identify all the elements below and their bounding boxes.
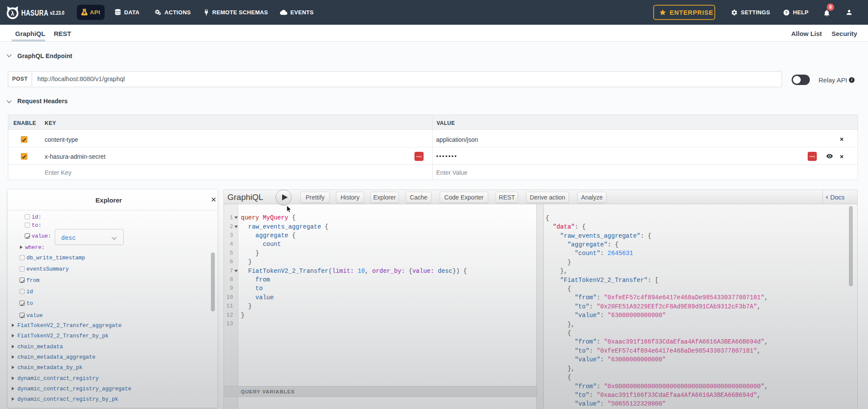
svg-text:λ: λ [11,10,14,17]
svg-text:?: ? [785,10,788,15]
